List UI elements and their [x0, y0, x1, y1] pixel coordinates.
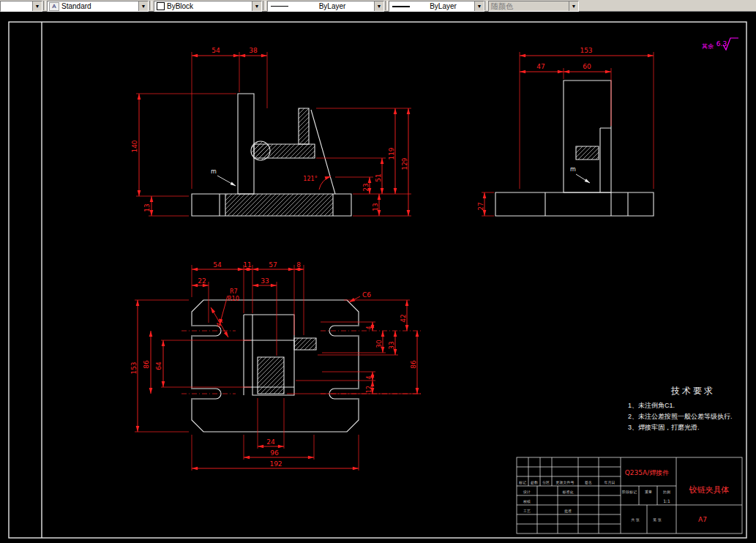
chamfer-callout: C6: [362, 291, 371, 299]
title-block-cell: 年月日: [605, 480, 615, 485]
dim-label: 33: [261, 277, 269, 285]
dim-label: 153: [580, 47, 592, 54]
dim-label: 86: [410, 360, 417, 369]
dim-label: 24: [266, 438, 275, 446]
title-block-cell: 标准化: [562, 490, 574, 495]
weld-mark: m: [211, 168, 217, 175]
radius-callout: R10: [228, 296, 239, 302]
front-view: [192, 94, 351, 216]
title-block-cell: 更改文件号: [556, 480, 575, 484]
application-window: ▼ A Standard ▼ ByBlock ▼ ByLayer ▼ ByLay…: [0, 0, 756, 543]
dim-label: 22: [198, 277, 206, 285]
surface-roughness-value: 6.3: [716, 40, 727, 48]
plan-view: [190, 300, 360, 432]
side-view: [495, 80, 654, 216]
dim-label: 13: [143, 203, 151, 211]
drawing-canvas[interactable]: 标记处数分区更改文件号签名年月日设计标准化校核工艺批准阶段标记重量比例1:1共 …: [0, 0, 756, 543]
dim-label: 96: [270, 449, 279, 457]
dim-label: 86: [143, 360, 150, 369]
title-block-cell: 分区: [542, 480, 550, 484]
dim-label: 11: [243, 261, 251, 269]
dim-label: 60: [583, 63, 591, 70]
surface-roughness-prefix: 其余: [702, 43, 714, 50]
dim-label: 51: [375, 173, 382, 181]
part-name: 铰链夹具体: [689, 485, 730, 495]
dim-label: 54: [213, 261, 222, 269]
drawing-size-label: A7: [698, 516, 707, 523]
title-block-labels: 标记处数分区更改文件号签名年月日设计标准化校核工艺批准阶段标记重量比例1:1共 …: [518, 480, 670, 523]
title-block-cell: 工艺: [523, 509, 531, 513]
title-block-cell: 标记: [518, 480, 526, 485]
radius-callout: R7: [230, 288, 238, 295]
title-block-cell: 校核: [523, 499, 531, 503]
angle-dim: 121°: [303, 176, 317, 182]
dim-label: 57: [269, 261, 277, 269]
title-block-cell: 第 张: [653, 517, 662, 523]
title-block-cell: 处数: [531, 480, 538, 485]
dim-label: 13: [372, 203, 379, 211]
dim-label: 54: [212, 47, 220, 54]
dim-label: 119: [388, 147, 395, 160]
dim-label: 153: [130, 362, 138, 374]
weld-mark: m: [570, 166, 576, 173]
dim-label: 8: [296, 261, 301, 269]
dim-label: 30: [375, 340, 383, 348]
annotation-labels: 其余6.3543814013m121°235111912913153476027…: [130, 40, 730, 523]
title-block-cell: 重量: [645, 490, 652, 494]
title-block-cell: 设计: [523, 490, 531, 494]
drawing-frame: [9, 22, 746, 538]
dim-label: 47: [536, 63, 544, 70]
dim-label: 23: [362, 183, 370, 191]
dim-label: 38: [249, 47, 258, 54]
title-block-cell: 比例: [663, 490, 670, 495]
dim-label: 64: [155, 362, 162, 370]
tech-requirement-item: 3、焊接牢固，打磨光滑.: [628, 422, 756, 433]
technical-requirements: 技术要求 1、未注倒角C1. 2、未注公差按照一般公差等级执行. 3、焊接牢固，…: [628, 385, 756, 433]
title-block-cell: 签名: [585, 480, 592, 485]
tech-requirement-item: 1、未注倒角C1.: [628, 400, 756, 411]
dim-label: 27: [477, 202, 484, 210]
dim-label: 129: [401, 157, 408, 170]
dim-label: 42: [400, 314, 407, 322]
dim-label: 192: [269, 460, 282, 468]
title-block-cell: 阶段标记: [622, 490, 637, 495]
title-block-cell: 共 张: [631, 517, 640, 523]
tech-requirements-title: 技术要求: [628, 385, 756, 397]
title-block-cell: 1:1: [663, 498, 670, 503]
dim-label: 140: [131, 140, 138, 152]
dim-label: 12: [366, 386, 373, 393]
tech-requirement-item: 2、未注公差按照一般公差等级执行.: [628, 411, 756, 422]
dim-label: 4: [366, 375, 373, 379]
dim-label: 33: [388, 341, 395, 349]
material-spec: Q235A/焊接件: [625, 469, 669, 476]
title-block-cell: 批准: [564, 509, 572, 514]
dim-label: 4: [366, 326, 373, 329]
